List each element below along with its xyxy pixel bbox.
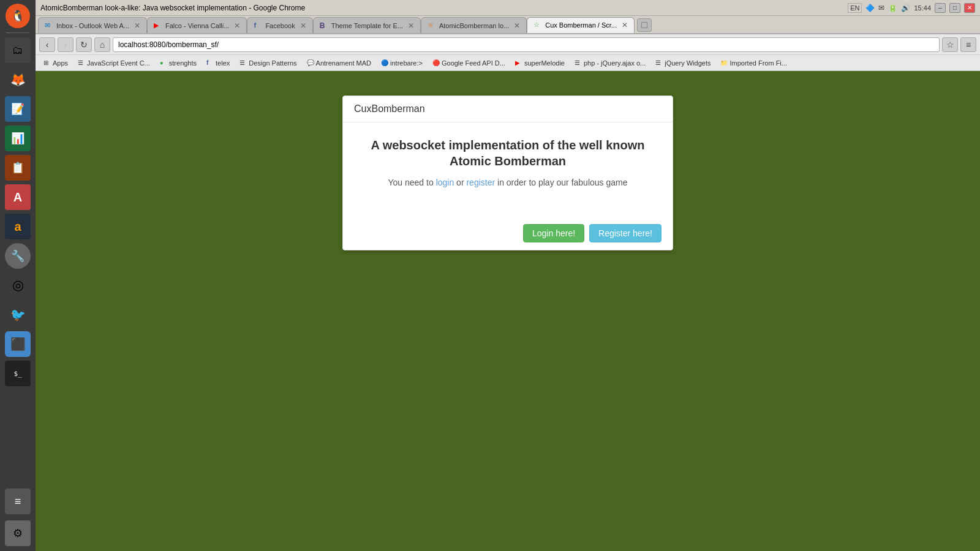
tab-label-cux: Cux Bomberman / Scr...	[545, 21, 617, 29]
bookmark-jquerywidgets[interactable]: ☰ jQuery Widgets	[651, 58, 715, 68]
tab-close-youtube[interactable]: ✕	[234, 21, 240, 30]
taskbar-ubuntu[interactable]: 🐧	[6, 4, 30, 28]
bookmark-google-label: Google Feed API D...	[442, 59, 505, 67]
address-bar[interactable]	[113, 37, 940, 52]
battery-icon: 🔋	[888, 4, 897, 12]
taskbar-files[interactable]: 🗂	[5, 37, 31, 63]
close-button[interactable]: ✕	[964, 3, 975, 13]
chrome-menu-icon: ≡	[966, 40, 971, 50]
bookmark-apps-icon: ⊞	[43, 59, 51, 67]
bookmark-jquerywidgets-icon: ☰	[655, 59, 663, 67]
bookmark-star-icon: ☆	[946, 40, 954, 50]
page-content: CuxBomberman A websocket implementation …	[36, 71, 980, 551]
bookmark-intrebare-label: intrebare:>	[390, 59, 423, 67]
tab-youtube[interactable]: ▶ Falco - Vienna Calli... ✕	[147, 17, 247, 33]
chrome-menu-button[interactable]: ≡	[960, 37, 976, 52]
bookmark-intrebare[interactable]: 🔵 intrebare:>	[377, 58, 427, 68]
forward-button[interactable]: ›	[58, 37, 74, 52]
tab-label-theme: Theme Template for E...	[331, 22, 403, 29]
tab-close-facebook[interactable]: ✕	[300, 21, 306, 30]
bookmark-imported-label: Imported From Fi...	[729, 59, 787, 67]
bookmark-supermelodie-icon: ▶	[515, 59, 522, 67]
login-link[interactable]: login	[436, 178, 454, 187]
home-button[interactable]: ⌂	[94, 37, 110, 52]
card-footer: Login here! Register here!	[343, 217, 673, 250]
status-bar: EN 🔷 ✉ 🔋 🔊 15:44 – □ ✕	[848, 3, 975, 13]
taskbar-wrench[interactable]: 🔧	[5, 243, 31, 269]
tab-label-atomic: AtomicBomberman lo...	[439, 22, 509, 29]
browser-window: AtomicBomberman look-a-like: Java websoc…	[36, 0, 980, 551]
maximize-button[interactable]: □	[949, 3, 960, 13]
taskbar-settings[interactable]: ⚙	[5, 520, 31, 546]
card-desc-suffix: in order to play our fabulous game	[495, 178, 627, 187]
bookmark-star-button[interactable]: ☆	[942, 37, 958, 52]
reload-button[interactable]: ↻	[76, 37, 92, 52]
bookmark-jsevents[interactable]: ☰ JavaScript Event C...	[74, 58, 154, 68]
main-card: CuxBomberman A websocket implementation …	[342, 96, 673, 250]
taskbar-stack[interactable]: ≡	[5, 489, 31, 514]
bookmark-antrenament-label: Antrenament MAD	[316, 59, 371, 67]
lang-indicator: EN	[848, 3, 862, 13]
bookmark-telex[interactable]: f telex	[202, 58, 234, 68]
card-header-text: CuxBomberman	[354, 103, 425, 114]
taskbar-cube[interactable]: ⬛	[5, 331, 31, 357]
tab-favicon-facebook: f	[254, 21, 262, 30]
tab-favicon-atomic: ⚛	[428, 21, 436, 30]
bookmark-strenghts[interactable]: ● strenghts	[156, 58, 201, 68]
tab-cux[interactable]: ☆ Cux Bomberman / Scr... ✕	[527, 17, 635, 33]
window-title: AtomicBomberman look-a-like: Java websoc…	[40, 4, 305, 12]
tab-close-cux[interactable]: ✕	[622, 21, 628, 29]
tab-favicon-cux: ☆	[533, 21, 542, 29]
bookmark-imported[interactable]: 📁 Imported From Fi...	[716, 58, 791, 68]
bookmark-design[interactable]: ☰ Design Patterns	[235, 58, 301, 68]
card-desc-or: or	[454, 178, 466, 187]
tab-favicon-inbox: ✉	[45, 21, 53, 30]
bookmark-design-label: Design Patterns	[249, 59, 296, 67]
tab-close-theme[interactable]: ✕	[408, 21, 414, 30]
taskbar-impress[interactable]: 📋	[5, 155, 31, 181]
tab-close-inbox[interactable]: ✕	[134, 21, 140, 30]
tab-bar: ✉ Inbox - Outlook Web A... ✕ ▶ Falco - V…	[36, 16, 980, 34]
bookmark-google[interactable]: 🔴 Google Feed API D...	[428, 58, 510, 68]
back-button[interactable]: ‹	[39, 37, 55, 52]
taskbar-left: 🐧 🗂 🦊 📝 📊 📋 A a 🔧 ◎ 🐦 ⬛ $_ ≡ ⚙	[0, 0, 36, 551]
tab-label-facebook: Facebook	[265, 22, 295, 29]
bookmark-strenghts-icon: ●	[160, 59, 167, 67]
bookmark-jsevents-icon: ☰	[78, 59, 85, 67]
taskbar-writer[interactable]: 📝	[5, 96, 31, 122]
minimize-button[interactable]: –	[935, 3, 946, 13]
tab-atomic[interactable]: ⚛ AtomicBomberman lo... ✕	[421, 17, 527, 33]
taskbar-calc[interactable]: 📊	[5, 126, 31, 151]
taskbar-firefox[interactable]: 🦊	[5, 67, 31, 92]
taskbar-chrome[interactable]: ◎	[5, 272, 31, 298]
card-title: A websocket implementation of the well k…	[354, 137, 662, 169]
bookmark-apps-label: Apps	[53, 59, 68, 67]
tab-close-atomic[interactable]: ✕	[514, 21, 520, 30]
bookmark-supermelodie-label: superMelodie	[524, 59, 565, 67]
forward-icon: ›	[64, 40, 67, 50]
reload-icon: ↻	[80, 40, 88, 50]
new-tab-button[interactable]: □	[637, 18, 652, 32]
login-button[interactable]: Login here!	[523, 224, 584, 242]
volume-icon: 🔊	[901, 4, 910, 12]
bookmark-antrenament[interactable]: 💬 Antrenament MAD	[303, 58, 375, 68]
bookmarks-bar: ⊞ Apps ☰ JavaScript Event C... ● strengh…	[36, 55, 980, 71]
tab-favicon-theme: B	[320, 21, 328, 30]
taskbar-amazon[interactable]: a	[5, 214, 31, 239]
tab-theme[interactable]: B Theme Template for E... ✕	[313, 17, 421, 33]
card-description: You need to login or register in order t…	[354, 178, 662, 187]
bookmark-phpjquery-label: php - jQuery.ajax o...	[584, 59, 646, 67]
back-icon: ‹	[46, 40, 49, 50]
tab-inbox[interactable]: ✉ Inbox - Outlook Web A... ✕	[38, 17, 147, 33]
bookmark-supermelodie[interactable]: ▶ superMelodie	[511, 58, 569, 68]
tab-facebook[interactable]: f Facebook ✕	[247, 17, 312, 33]
taskbar-terminal[interactable]: $_	[5, 361, 31, 386]
register-button[interactable]: Register here!	[589, 224, 662, 242]
clock: 15:44	[914, 4, 931, 12]
bookmark-apps[interactable]: ⊞ Apps	[39, 58, 72, 68]
register-link[interactable]: register	[466, 178, 495, 187]
nav-bar: ‹ › ↻ ⌂ ☆ ≡	[36, 34, 980, 55]
bookmark-phpjquery[interactable]: ☰ php - jQuery.ajax o...	[570, 58, 650, 68]
taskbar-font[interactable]: A	[5, 184, 31, 210]
taskbar-bird[interactable]: 🐦	[5, 302, 31, 328]
